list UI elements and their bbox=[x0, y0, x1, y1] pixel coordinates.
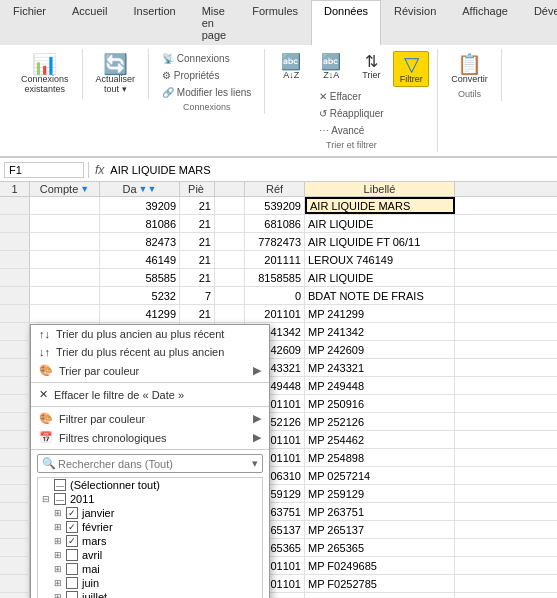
cell-C[interactable]: 21 bbox=[180, 305, 215, 322]
cell-A[interactable] bbox=[30, 305, 100, 322]
tab-donnees[interactable]: Données bbox=[311, 0, 381, 45]
search-dropdown-icon[interactable]: ▾ bbox=[252, 457, 258, 470]
cell-D4[interactable] bbox=[215, 251, 245, 268]
cell-C6[interactable]: 7 bbox=[180, 287, 215, 304]
tree-mars[interactable]: ⊞ mars bbox=[38, 534, 262, 548]
cell-F6[interactable]: BDAT NOTE DE FRAIS bbox=[305, 287, 455, 304]
cell-F[interactable]: MP 252126 bbox=[305, 413, 455, 430]
cell-B3[interactable]: 82473 bbox=[100, 233, 180, 250]
connexions-existantes-button[interactable]: 📊 Connexionsexistantes bbox=[16, 51, 74, 97]
cell-B[interactable]: 41299 bbox=[100, 305, 180, 322]
cell-F4[interactable]: LEROUX 746149 bbox=[305, 251, 455, 268]
reappliquer-button[interactable]: ↺ Réappliquer bbox=[314, 106, 389, 121]
convertir-button[interactable]: 📋 Convertir bbox=[446, 51, 493, 87]
cell-D2[interactable] bbox=[215, 215, 245, 232]
tree-fevrier[interactable]: ⊞ février bbox=[38, 520, 262, 534]
cell-F5[interactable]: AIR LIQUIDE bbox=[305, 269, 455, 286]
avance-button[interactable]: ⋯ Avancé bbox=[314, 123, 389, 138]
proprietes-button[interactable]: ⚙ Propriétés bbox=[157, 68, 256, 83]
formula-input[interactable] bbox=[110, 164, 553, 176]
tree-2011[interactable]: ⊟ 2011 bbox=[38, 492, 262, 506]
cell-F3[interactable]: AIR LIQUIDE FT 06/11 bbox=[305, 233, 455, 250]
cell-F[interactable]: MP 265365 bbox=[305, 539, 455, 556]
cell-F[interactable]: MP 263751 bbox=[305, 503, 455, 520]
tree-avril[interactable]: ⊞ avril bbox=[38, 548, 262, 562]
cell-A3[interactable] bbox=[30, 233, 100, 250]
tab-developpeur[interactable]: Développeur bbox=[521, 0, 557, 45]
sort-oldest-first[interactable]: ↑↓ Trier du plus ancien au plus récent bbox=[31, 325, 269, 343]
cell-A4[interactable] bbox=[30, 251, 100, 268]
sort-newest-first[interactable]: ↓↑ Trier du plus récent au plus ancien bbox=[31, 343, 269, 361]
cell-E2[interactable]: 681086 bbox=[245, 215, 305, 232]
cell-B6[interactable]: 5232 bbox=[100, 287, 180, 304]
cell-D6[interactable] bbox=[215, 287, 245, 304]
tab-formules[interactable]: Formules bbox=[239, 0, 311, 45]
search-input[interactable] bbox=[58, 458, 252, 470]
col-header-F[interactable]: Libellé bbox=[305, 182, 455, 196]
tab-fichier[interactable]: Fichier bbox=[0, 0, 59, 45]
cell-F[interactable]: MP F0267988 bbox=[305, 593, 455, 598]
cell-F[interactable]: MP 243321 bbox=[305, 359, 455, 376]
cell-E[interactable]: 201101 bbox=[245, 305, 305, 322]
sort-by-color[interactable]: 🎨 Trier par couleur ▶ bbox=[31, 361, 269, 380]
tab-mise-en-page[interactable]: Mise en page bbox=[189, 0, 239, 45]
cell-E6[interactable]: 0 bbox=[245, 287, 305, 304]
col-header-C[interactable]: Piè bbox=[180, 182, 215, 196]
actualiser-tout-button[interactable]: 🔄 Actualisertout ▾ bbox=[91, 51, 141, 97]
cell-D3[interactable] bbox=[215, 233, 245, 250]
connexions-button[interactable]: 📡 Connexions bbox=[157, 51, 256, 66]
cell-B1[interactable]: 39209 bbox=[100, 197, 180, 214]
cell-A5[interactable] bbox=[30, 269, 100, 286]
cell-F[interactable]: MP 0257214 bbox=[305, 467, 455, 484]
cell-C1[interactable]: 21 bbox=[180, 197, 215, 214]
tree-mai[interactable]: ⊞ mai bbox=[38, 562, 262, 576]
cell-F[interactable]: MP F0252785 bbox=[305, 575, 455, 592]
checkbox-mars[interactable] bbox=[66, 535, 78, 547]
za-sort-button[interactable]: 🔤 Z↓A bbox=[313, 51, 349, 83]
filtrer-button[interactable]: ▽ Filtrer bbox=[393, 51, 429, 87]
col-header-D[interactable] bbox=[215, 182, 245, 196]
filter-by-color[interactable]: 🎨 Filtrer par couleur ▶ bbox=[31, 409, 269, 428]
cell-F1[interactable]: AIR LIQUIDE MARS bbox=[305, 197, 455, 214]
checkbox-janvier[interactable] bbox=[66, 507, 78, 519]
checkbox-mai[interactable] bbox=[66, 563, 78, 575]
tree-select-all[interactable]: (Sélectionner tout) bbox=[38, 478, 262, 492]
cell-B4[interactable]: 46149 bbox=[100, 251, 180, 268]
cell-E5[interactable]: 8158585 bbox=[245, 269, 305, 286]
checkbox-2011[interactable] bbox=[54, 493, 66, 505]
tab-affichage[interactable]: Affichage bbox=[449, 0, 521, 45]
cell-F[interactable]: MP F0249685 bbox=[305, 557, 455, 574]
col-header-A[interactable]: Compte ▼ bbox=[30, 182, 100, 196]
cell-B2[interactable]: 81086 bbox=[100, 215, 180, 232]
cell-F[interactable]: MP 254898 bbox=[305, 449, 455, 466]
cell-F[interactable]: MP 265137 bbox=[305, 521, 455, 538]
cell-D[interactable] bbox=[215, 305, 245, 322]
cell-reference-box[interactable]: F1 bbox=[4, 162, 84, 178]
cell-C2[interactable]: 21 bbox=[180, 215, 215, 232]
effacer-button[interactable]: ✕ Effacer bbox=[314, 89, 389, 104]
cell-D5[interactable] bbox=[215, 269, 245, 286]
cell-E1[interactable]: 539209 bbox=[245, 197, 305, 214]
cell-E3[interactable]: 7782473 bbox=[245, 233, 305, 250]
checkbox-juillet[interactable] bbox=[66, 591, 78, 598]
col-header-E[interactable]: Réf bbox=[245, 182, 305, 196]
cell-E4[interactable]: 201111 bbox=[245, 251, 305, 268]
cell-F[interactable]: MP 241342 bbox=[305, 323, 455, 340]
trier-button[interactable]: ⇅ Trier bbox=[353, 51, 389, 83]
cell-A2[interactable] bbox=[30, 215, 100, 232]
checkbox-juin[interactable] bbox=[66, 577, 78, 589]
cell-F[interactable]: MP 254462 bbox=[305, 431, 455, 448]
cell-F[interactable]: MP 242609 bbox=[305, 341, 455, 358]
cell-F[interactable]: MP 259129 bbox=[305, 485, 455, 502]
tree-juin[interactable]: ⊞ juin bbox=[38, 576, 262, 590]
cell-A1[interactable] bbox=[30, 197, 100, 214]
chronological-filters[interactable]: 📅 Filtres chronologiques ▶ bbox=[31, 428, 269, 447]
cell-F[interactable]: MP 250916 bbox=[305, 395, 455, 412]
tree-juillet[interactable]: ⊞ juillet bbox=[38, 590, 262, 598]
cell-D1[interactable] bbox=[215, 197, 245, 214]
cell-F[interactable]: MP 249448 bbox=[305, 377, 455, 394]
checkbox-fevrier[interactable] bbox=[66, 521, 78, 533]
col-header-B[interactable]: Da ▼▼ bbox=[100, 182, 180, 196]
tab-insertion[interactable]: Insertion bbox=[120, 0, 188, 45]
modifier-liens-button[interactable]: 🔗 Modifier les liens bbox=[157, 85, 256, 100]
